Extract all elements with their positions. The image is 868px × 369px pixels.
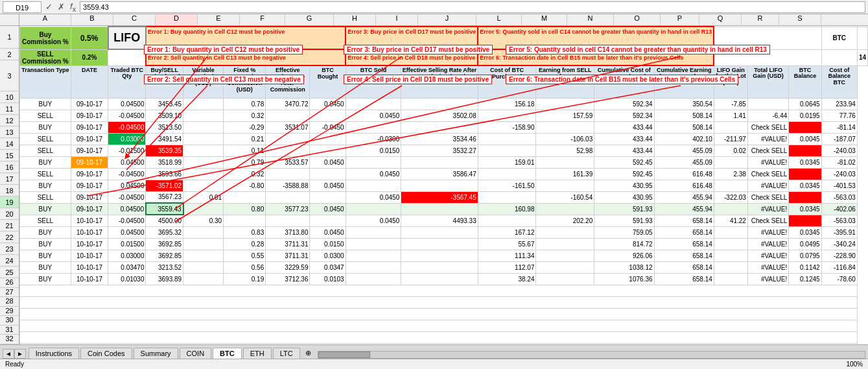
cell-C21[interactable]: 0.04500	[108, 226, 146, 238]
cell-M22[interactable]	[536, 238, 594, 250]
col-header-C[interactable]: C	[113, 14, 156, 25]
cell-D18[interactable]: 3567.23	[146, 191, 183, 203]
cell-N17[interactable]: 430.95	[594, 180, 654, 191]
cell-R15[interactable]: 0.0345	[789, 156, 821, 168]
cell-H25[interactable]: 0.0103	[310, 273, 346, 285]
cell-I12[interactable]	[346, 121, 401, 133]
tab-instructions[interactable]: Instructions	[29, 348, 79, 359]
cell-B10[interactable]: 09-10-17	[71, 98, 108, 110]
cell-O20[interactable]: 658.14	[654, 215, 714, 226]
cell-M20[interactable]: 202.20	[536, 215, 594, 226]
cell-N22[interactable]: 814.72	[594, 238, 654, 250]
col-header-H[interactable]: H	[334, 14, 376, 25]
cell-N25[interactable]: 1076.36	[594, 273, 654, 285]
cell-J21[interactable]	[401, 226, 478, 238]
cell-J13[interactable]: 3534.46	[401, 133, 478, 145]
cell-M18[interactable]: -160.54	[536, 191, 594, 203]
cell-B24[interactable]: 10-10-17	[71, 261, 108, 273]
cell-M11[interactable]: 157.59	[536, 110, 594, 121]
cell-H23[interactable]: 0.0300	[310, 250, 346, 261]
cell-S21[interactable]: -395.91	[821, 226, 857, 238]
cell-L11[interactable]	[478, 110, 536, 121]
cell-A23[interactable]: BUY	[20, 250, 71, 261]
cell-M15[interactable]	[536, 156, 594, 168]
cell-H12[interactable]: -0.0450	[310, 121, 346, 133]
cell-L21[interactable]: 167.12	[478, 226, 536, 238]
cell-P12[interactable]	[714, 121, 747, 133]
cell-H15[interactable]: 0.0450	[310, 156, 346, 168]
cell-J15[interactable]	[401, 156, 478, 168]
cell-G24[interactable]: 3229.59	[266, 261, 310, 273]
cell-Q19[interactable]: #VALUE!	[747, 203, 788, 215]
cell-R25[interactable]: 0.1245	[789, 273, 821, 285]
cell-G25[interactable]: 3712.36	[266, 273, 310, 285]
cell-M25[interactable]	[536, 273, 594, 285]
formula-cancel-icon[interactable]: ✗	[56, 2, 66, 12]
cell-A10[interactable]: BUY	[20, 98, 71, 110]
cell-H16[interactable]	[310, 168, 346, 180]
cell-N19[interactable]: 591.93	[594, 203, 654, 215]
cell-O25[interactable]: 658.14	[654, 273, 714, 285]
cell-A17[interactable]: BUY	[20, 180, 71, 191]
cell-H22[interactable]: 0.0150	[310, 238, 346, 250]
cell-L12[interactable]: -158.90	[478, 121, 536, 133]
cell-E13[interactable]	[183, 133, 224, 145]
tab-nav-right[interactable]: ►	[14, 349, 26, 359]
cell-Q21[interactable]: #VALUE!	[747, 226, 788, 238]
cell-D25[interactable]: 3693.89	[146, 273, 183, 285]
cell-M19[interactable]	[536, 203, 594, 215]
cell-G18[interactable]	[266, 191, 310, 203]
cell-D11[interactable]: 3509.10	[146, 110, 183, 121]
tab-coin-codes[interactable]: Coin Codes	[80, 348, 132, 359]
cell-F11[interactable]: 0.32	[224, 110, 266, 121]
cell-Q24[interactable]: #VALUE!	[747, 261, 788, 273]
cell-S22[interactable]: -340.24	[821, 238, 857, 250]
cell-I21[interactable]	[346, 226, 401, 238]
cell-A18[interactable]: SELL	[20, 191, 71, 203]
cell-A20[interactable]: SELL	[20, 215, 71, 226]
cell-I22[interactable]	[346, 238, 401, 250]
cell-N12[interactable]: 433.44	[594, 121, 654, 133]
cell-E14[interactable]	[183, 145, 224, 156]
cell-O24[interactable]: 658.14	[654, 261, 714, 273]
cell-G16[interactable]	[266, 168, 310, 180]
cell-I17[interactable]	[346, 180, 401, 191]
cell-M23[interactable]	[536, 250, 594, 261]
cell-Q18[interactable]: Check SELL	[747, 191, 788, 203]
cell-Q17[interactable]: #VALUE!	[747, 180, 788, 191]
cell-R11[interactable]: 0.0195	[789, 110, 821, 121]
cell-D16[interactable]: 3593.66	[146, 168, 183, 180]
cell-E12[interactable]	[183, 121, 224, 133]
cell-R21[interactable]: 0.0345	[789, 226, 821, 238]
cell-C11[interactable]: -0.04500	[108, 110, 146, 121]
cell-I13[interactable]: -0.0300	[346, 133, 401, 145]
cell-L14[interactable]	[478, 145, 536, 156]
cell-J23[interactable]	[401, 250, 478, 261]
cell-D24[interactable]: 3213.52	[146, 261, 183, 273]
cell-O19[interactable]: 455.94	[654, 203, 714, 215]
cell-G17[interactable]: -3588.88	[266, 180, 310, 191]
cell-R14-error[interactable]	[789, 145, 821, 156]
cell-E10[interactable]	[183, 98, 224, 110]
cell-P11[interactable]: 1.41	[714, 110, 747, 121]
cell-O13[interactable]: 402.10	[654, 133, 714, 145]
cell-D19-selected[interactable]: 3559.43	[146, 203, 183, 215]
cell-E19[interactable]	[183, 203, 224, 215]
cell-S12[interactable]: -81.14	[821, 121, 857, 133]
cell-reference-box[interactable]: D19	[3, 1, 41, 13]
cell-S24[interactable]: -116.84	[821, 261, 857, 273]
cell-J17[interactable]	[401, 180, 478, 191]
cell-F14[interactable]: 0.11	[224, 145, 266, 156]
cell-A21[interactable]: BUY	[20, 226, 71, 238]
cell-G21[interactable]: 3713.80	[266, 226, 310, 238]
tab-eth[interactable]: ETH	[243, 348, 272, 359]
cell-B11[interactable]: 09-10-17	[71, 110, 108, 121]
col-header-N[interactable]: N	[567, 14, 614, 25]
col-header-B[interactable]: B	[71, 14, 113, 25]
cell-O16[interactable]: 616.48	[654, 168, 714, 180]
cell-O14[interactable]: 455.09	[654, 145, 714, 156]
cell-J25[interactable]	[401, 273, 478, 285]
cell-E22[interactable]	[183, 238, 224, 250]
cell-C16[interactable]: -0.04500	[108, 168, 146, 180]
cell-F19[interactable]: 0.80	[224, 203, 266, 215]
